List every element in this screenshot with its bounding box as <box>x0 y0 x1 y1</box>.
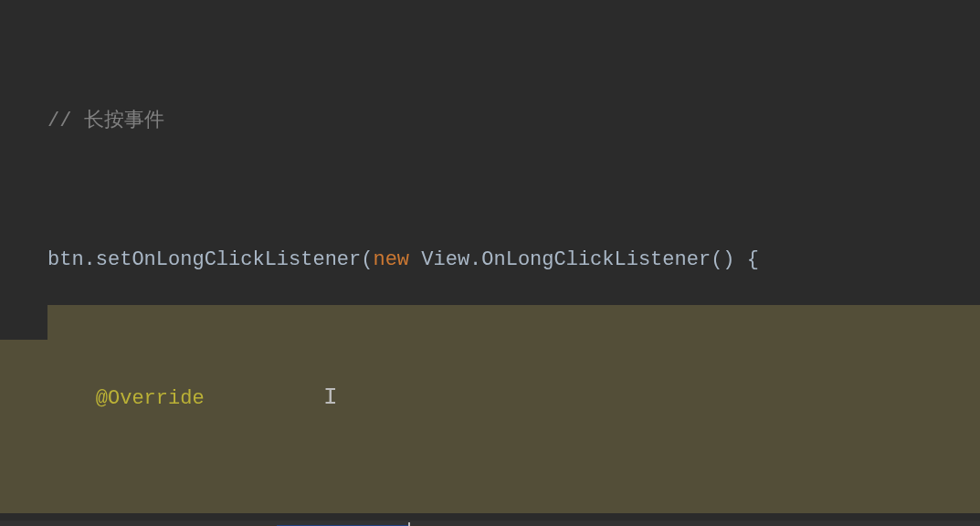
text-caret <box>408 522 410 526</box>
code-text: View.OnLongClickListener() { <box>409 248 759 271</box>
selection-overlay <box>47 305 980 340</box>
code-text: btn.setOnLongClickListener( <box>47 248 373 271</box>
selection-overlay <box>0 340 980 513</box>
indent <box>47 387 96 410</box>
annotation-override: @Override <box>96 387 205 410</box>
code-line[interactable]: // 长按事件 <box>0 104 980 139</box>
code-line[interactable]: @Override <box>0 382 980 416</box>
code-line[interactable]: btn.setOnLongClickListener(new View.OnLo… <box>0 243 980 278</box>
comment-text: // 长按事件 <box>47 110 164 132</box>
code-line-current[interactable]: public boolean onLongClick(View v) { <box>0 521 980 526</box>
code-editor[interactable]: // 长按事件 btn.setOnLongClickListener(new V… <box>0 0 980 526</box>
keyword-new: new <box>373 248 409 271</box>
